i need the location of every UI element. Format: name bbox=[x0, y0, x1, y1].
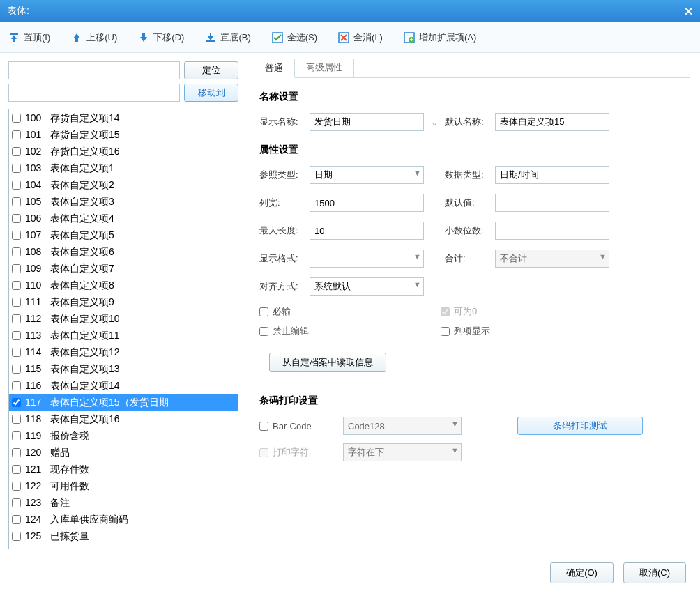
section-barcode: 条码打印设置 bbox=[259, 394, 690, 407]
list-item-checkbox[interactable] bbox=[12, 231, 21, 240]
list-item-checkbox[interactable] bbox=[12, 348, 21, 357]
list-item-checkbox[interactable] bbox=[12, 130, 21, 139]
down-button[interactable]: 下移(D) bbox=[138, 31, 184, 44]
list-item[interactable]: 119报价含税 bbox=[9, 427, 238, 444]
label-format: 显示格式: bbox=[259, 252, 310, 265]
tab-advanced[interactable]: 高级属性 bbox=[295, 59, 354, 77]
list-item[interactable]: 122可用件数 bbox=[9, 477, 238, 494]
field-listbox[interactable]: 100存货自定义项14101存货自定义项15102存货自定义项16103表体自定… bbox=[8, 109, 238, 549]
list-item[interactable]: 114表体自定义项12 bbox=[9, 344, 238, 360]
list-item-checkbox[interactable] bbox=[12, 398, 21, 407]
sum-combo[interactable]: ▼ bbox=[495, 250, 609, 268]
list-item[interactable]: 105表体自定义项3 bbox=[9, 193, 238, 210]
list-item-checkbox[interactable] bbox=[12, 465, 21, 474]
list-item[interactable]: 117表体自定义项15（发货日期 bbox=[9, 394, 238, 411]
up-button[interactable]: 上移(U) bbox=[71, 31, 117, 44]
top-button[interactable]: 置顶(I) bbox=[8, 31, 50, 44]
list-item-checkbox[interactable] bbox=[12, 298, 21, 307]
ref-type-combo[interactable]: ▼ bbox=[310, 166, 424, 184]
barcode-checkbox[interactable]: Bar-Code bbox=[259, 421, 343, 431]
clear-all-button[interactable]: 全消(L) bbox=[338, 31, 383, 44]
list-item[interactable]: 110表体自定义项8 bbox=[9, 277, 238, 293]
list-item-text: 表体自定义项4 bbox=[50, 211, 114, 225]
label-align: 对齐方式: bbox=[259, 280, 310, 293]
decimal-input[interactable] bbox=[495, 222, 609, 240]
list-item-checkbox[interactable] bbox=[12, 482, 21, 491]
tabs: 普通 高级属性 bbox=[254, 59, 690, 78]
default-val-input[interactable] bbox=[495, 194, 609, 212]
list-item[interactable]: 100存货自定义项14 bbox=[9, 109, 238, 126]
list-item-number: 104 bbox=[25, 178, 50, 192]
swap-icon[interactable]: ⌄ bbox=[424, 117, 445, 128]
list-item-checkbox[interactable] bbox=[12, 181, 21, 190]
list-item-checkbox[interactable] bbox=[12, 515, 21, 524]
align-combo[interactable]: ▼ bbox=[310, 277, 424, 296]
list-item[interactable]: 104表体自定义项2 bbox=[9, 176, 238, 193]
list-item-checkbox[interactable] bbox=[12, 532, 21, 541]
search-input-2[interactable] bbox=[8, 84, 180, 102]
list-item[interactable]: 108表体自定义项6 bbox=[9, 243, 238, 260]
list-item[interactable]: 118表体自定义项16 bbox=[9, 411, 238, 427]
list-item[interactable]: 123备注 bbox=[9, 494, 238, 511]
list-item[interactable]: 124入库单供应商编码 bbox=[9, 511, 238, 528]
move-to-button[interactable]: 移动到 bbox=[184, 84, 238, 102]
list-item[interactable]: 116表体自定义项14 bbox=[9, 377, 238, 394]
list-item-number: 101 bbox=[25, 128, 50, 141]
locate-button[interactable]: 定位 bbox=[184, 61, 238, 79]
format-combo[interactable]: ▼ bbox=[310, 250, 424, 268]
add-ext-label: 增加扩展项(A) bbox=[419, 31, 476, 44]
barcode-test-button[interactable]: 条码打印测试 bbox=[517, 417, 643, 435]
list-item[interactable]: 113表体自定义项11 bbox=[9, 327, 238, 344]
cancel-button[interactable]: 取消(C) bbox=[623, 562, 686, 583]
list-item[interactable]: 101存货自定义项15 bbox=[9, 126, 238, 143]
display-name-input[interactable] bbox=[310, 113, 424, 131]
list-item-checkbox[interactable] bbox=[12, 197, 21, 206]
list-item-checkbox[interactable] bbox=[12, 365, 21, 374]
list-item-checkbox[interactable] bbox=[12, 431, 21, 440]
list-item[interactable]: 107表体自定义项5 bbox=[9, 227, 238, 243]
list-item[interactable]: 125已拣货量 bbox=[9, 528, 238, 544]
list-item-text: 表体自定义项8 bbox=[50, 278, 114, 292]
col-width-input[interactable] bbox=[310, 194, 424, 212]
list-item-checkbox[interactable] bbox=[12, 147, 21, 156]
close-icon[interactable]: ✕ bbox=[684, 5, 693, 18]
bottom-button[interactable]: 置底(B) bbox=[205, 31, 250, 44]
search-input-1[interactable] bbox=[8, 61, 180, 79]
add-ext-button[interactable]: 增加扩展项(A) bbox=[404, 31, 476, 44]
list-item-checkbox[interactable] bbox=[12, 498, 21, 507]
list-item-checkbox[interactable] bbox=[12, 314, 21, 323]
default-name-input[interactable] bbox=[495, 113, 609, 131]
list-item-checkbox[interactable] bbox=[12, 415, 21, 424]
list-item-checkbox[interactable] bbox=[12, 264, 21, 273]
list-item[interactable]: 115表体自定义项13 bbox=[9, 360, 238, 377]
ok-button[interactable]: 确定(O) bbox=[550, 562, 614, 583]
load-from-file-button[interactable]: 从自定档案中读取信息 bbox=[269, 353, 386, 372]
list-item-checkbox[interactable] bbox=[12, 381, 21, 390]
list-item[interactable]: 103表体自定义项1 bbox=[9, 160, 238, 176]
list-item-checkbox[interactable] bbox=[12, 448, 21, 457]
no-edit-checkbox[interactable]: 禁止编辑 bbox=[259, 325, 441, 337]
data-type-input[interactable] bbox=[495, 166, 609, 184]
list-item-checkbox[interactable] bbox=[12, 114, 21, 123]
list-item-number: 109 bbox=[25, 261, 50, 275]
list-item-checkbox[interactable] bbox=[12, 214, 21, 223]
list-item[interactable]: 102存货自定义项16 bbox=[9, 143, 238, 160]
list-item-checkbox[interactable] bbox=[12, 247, 21, 256]
list-item[interactable]: 120赠品 bbox=[9, 444, 238, 461]
list-item[interactable]: 112表体自定义项10 bbox=[9, 310, 238, 327]
list-item[interactable]: 111表体自定义项9 bbox=[9, 293, 238, 310]
col-show-checkbox[interactable]: 列项显示 bbox=[441, 325, 622, 337]
tab-general[interactable]: 普通 bbox=[254, 59, 295, 78]
list-item[interactable]: 106表体自定义项4 bbox=[9, 210, 238, 227]
barcode-type-combo[interactable]: ▼ bbox=[343, 417, 462, 435]
down-icon bbox=[138, 32, 149, 43]
list-item-checkbox[interactable] bbox=[12, 281, 21, 290]
list-item[interactable]: 109表体自定义项7 bbox=[9, 260, 238, 277]
max-len-input[interactable] bbox=[310, 222, 424, 240]
required-checkbox[interactable]: 必输 bbox=[259, 305, 441, 318]
select-all-button[interactable]: 全选(S) bbox=[272, 31, 317, 44]
list-item-checkbox[interactable] bbox=[12, 164, 21, 173]
list-item-checkbox[interactable] bbox=[12, 331, 21, 340]
list-item[interactable]: 121现存件数 bbox=[9, 461, 238, 477]
print-char-pos-combo[interactable]: ▼ bbox=[343, 443, 462, 461]
